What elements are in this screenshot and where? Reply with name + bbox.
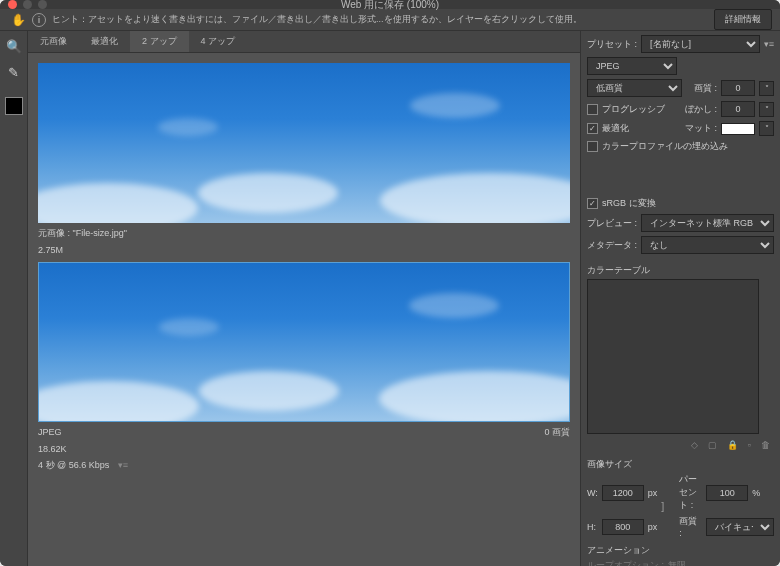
image-size-label: 画像サイズ xyxy=(587,458,774,471)
preset-select[interactable]: [名前なし] xyxy=(641,35,760,53)
quality-num-label: 画質 : xyxy=(694,82,717,95)
embed-profile-checkbox[interactable] xyxy=(587,141,598,152)
optimize-checkbox[interactable] xyxy=(587,123,598,134)
save-for-web-window: Web 用に保存 (100%) ✋ i ヒント：アセットをより速く書き出すには、… xyxy=(0,0,780,566)
color-table-box xyxy=(587,279,759,434)
close-window-button[interactable] xyxy=(8,0,17,9)
progressive-checkbox[interactable] xyxy=(587,104,598,115)
tab-optimal[interactable]: 最適化 xyxy=(79,31,130,52)
timing-menu-icon[interactable]: ▾≡ xyxy=(118,460,128,470)
optimized-quality-readout: 0 画質 xyxy=(544,426,570,439)
width-label: W: xyxy=(587,488,598,498)
preset-menu-icon[interactable]: ▾≡ xyxy=(764,39,774,49)
animation-label: アニメーション xyxy=(587,544,774,557)
maximize-window-button[interactable] xyxy=(38,0,47,9)
color-table-label: カラーテーブル xyxy=(587,264,774,277)
blur-input[interactable] xyxy=(721,101,755,117)
loop-value: 無限 xyxy=(668,559,686,566)
preset-label: プリセット : xyxy=(587,38,637,51)
height-label: H: xyxy=(587,522,598,532)
preview-original[interactable]: 元画像 : "File-size.jpg" 2.75M xyxy=(38,63,570,256)
progressive-label: プログレッシブ xyxy=(602,103,665,116)
preview-optimized[interactable]: JPEG 0 画質 18.62K 4 秒 @ 56.6 Kbps ▾≡ xyxy=(38,262,570,472)
preview-optimized-image xyxy=(38,262,570,422)
minimize-window-button[interactable] xyxy=(23,0,32,9)
percent-input[interactable] xyxy=(706,485,748,501)
window-controls xyxy=(8,0,47,9)
optimized-format: JPEG xyxy=(38,427,62,437)
optimized-size: 18.62K xyxy=(38,443,570,456)
ct-trash-icon[interactable]: 🗑 xyxy=(761,440,770,450)
resample-label: 画質 : xyxy=(679,515,702,538)
preview-original-image xyxy=(38,63,570,223)
optimized-timing: 4 秒 @ 56.6 Kbps xyxy=(38,460,109,470)
zoom-tool-icon[interactable]: 🔍 xyxy=(5,37,23,55)
matte-swatch[interactable] xyxy=(721,123,755,135)
preview-select[interactable]: インターネット標準 RGB (カラーマネ... xyxy=(641,214,774,232)
tab-original[interactable]: 元画像 xyxy=(28,31,79,52)
width-unit: px xyxy=(648,488,658,498)
resample-select[interactable]: バイキュービック法 xyxy=(706,518,774,536)
preview-label: プレビュー : xyxy=(587,217,637,230)
eyedropper-tool-icon[interactable]: ✎ xyxy=(5,63,23,81)
width-input[interactable] xyxy=(602,485,644,501)
matte-dropdown-icon[interactable]: ˅ xyxy=(759,121,774,136)
quality-select[interactable]: 低画質 xyxy=(587,79,682,97)
hand-tool-icon[interactable]: ✋ xyxy=(10,12,26,28)
embed-profile-label: カラープロファイルの埋め込み xyxy=(602,140,728,153)
ct-new-icon[interactable]: ▫ xyxy=(748,440,751,450)
left-toolbar: 🔍 ✎ xyxy=(0,31,28,566)
format-select[interactable]: JPEG xyxy=(587,57,677,75)
original-caption-file: 元画像 : "File-size.jpg" xyxy=(38,227,570,240)
matte-label: マット : xyxy=(685,122,717,135)
ct-cube-icon[interactable]: ▢ xyxy=(708,440,717,450)
details-button[interactable]: 詳細情報 xyxy=(714,9,772,30)
tab-4up[interactable]: 4 アップ xyxy=(189,31,248,52)
body-area: 🔍 ✎ 元画像 最適化 2 アップ 4 アップ xyxy=(0,31,780,566)
quality-dropdown-icon[interactable]: ˅ xyxy=(759,81,774,96)
original-caption-size: 2.75M xyxy=(38,244,570,257)
main-column: 元画像 最適化 2 アップ 4 アップ 元画像 : "File-size.jpg… xyxy=(28,31,580,566)
blur-label: ぼかし : xyxy=(685,103,717,116)
srgb-checkbox[interactable] xyxy=(587,198,598,209)
blur-dropdown-icon[interactable]: ˅ xyxy=(759,102,774,117)
srgb-label: sRGB に変換 xyxy=(602,197,656,210)
window-title: Web 用に保存 (100%) xyxy=(341,0,439,12)
preview-zone: 元画像 : "File-size.jpg" 2.75M JPEG 0 画質 xyxy=(28,53,580,566)
percent-unit: % xyxy=(752,488,774,498)
metadata-label: メタデータ : xyxy=(587,239,637,252)
quality-input[interactable] xyxy=(721,80,755,96)
height-unit: px xyxy=(648,522,658,532)
color-swatch[interactable] xyxy=(5,97,23,115)
right-panel: プリセット : [名前なし] ▾≡ JPEG 低画質 画質 : ˅ プログレッシ… xyxy=(580,31,780,566)
metadata-select[interactable]: なし xyxy=(641,236,774,254)
color-table-buttons: ◇ ▢ 🔒 ▫ 🗑 xyxy=(587,438,774,452)
tab-2up[interactable]: 2 アップ xyxy=(130,31,189,52)
hint-text: ヒント：アセットをより速く書き出すには、ファイル／書き出し／書き出し形式...を… xyxy=(52,13,714,26)
info-icon: i xyxy=(32,13,46,27)
ct-lock-icon[interactable]: 🔒 xyxy=(727,440,738,450)
ct-diamond-icon[interactable]: ◇ xyxy=(691,440,698,450)
loop-label: ループオプション : xyxy=(587,559,664,566)
titlebar: Web 用に保存 (100%) xyxy=(0,0,780,9)
percent-label: パーセント : xyxy=(679,473,702,512)
hint-toolbar: ✋ i ヒント：アセットをより速く書き出すには、ファイル／書き出し／書き出し形式… xyxy=(0,9,780,31)
height-input[interactable] xyxy=(602,519,644,535)
view-tabs: 元画像 最適化 2 アップ 4 アップ xyxy=(28,31,580,53)
optimize-label: 最適化 xyxy=(602,122,629,135)
link-dimensions-icon[interactable]: ] xyxy=(661,500,671,512)
